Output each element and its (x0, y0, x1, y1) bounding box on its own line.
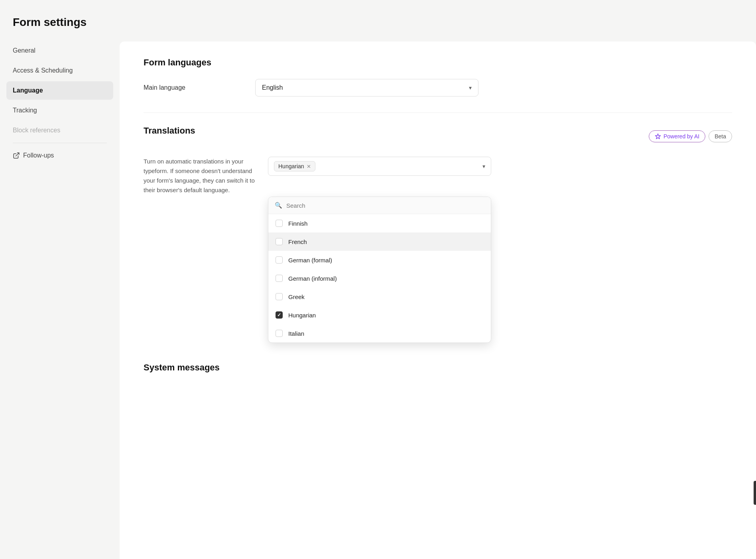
follow-ups-label: Follow-ups (23, 152, 54, 159)
sidebar-item-general[interactable]: General (6, 41, 113, 60)
search-input[interactable] (286, 202, 484, 209)
dropdown-menu: 🔍 Finnish French (268, 197, 491, 343)
sidebar-item-tracking[interactable]: Tracking (6, 101, 113, 120)
sidebar-item-follow-ups[interactable]: Follow-ups (6, 146, 113, 165)
powered-by-ai-badge[interactable]: Powered by AI (649, 130, 705, 142)
dropdown-item-italian[interactable]: Italian (268, 324, 491, 342)
translations-section: Translations Powered by AI Beta Turn on … (144, 126, 732, 195)
tag-remove-icon[interactable]: ✕ (307, 164, 311, 169)
form-languages-title: Form languages (144, 57, 732, 68)
dropdown-item-label: German (formal) (288, 257, 332, 264)
chevron-down-icon: ▾ (482, 163, 485, 169)
main-language-label: Main language (144, 84, 255, 91)
chevron-down-icon: ▾ (469, 85, 472, 91)
search-icon: 🔍 (275, 202, 282, 209)
selected-tags: Hungarian ✕ (274, 161, 315, 171)
translations-dropdown-container: Hungarian ✕ ▾ 🔍 (268, 157, 491, 195)
sidebar-item-language[interactable]: Language (6, 81, 113, 100)
main-language-select[interactable]: English ▾ (255, 79, 478, 96)
sidebar-item-access-scheduling[interactable]: Access & Scheduling (6, 61, 113, 80)
sidebar-item-label: Block references (13, 127, 60, 134)
sidebar-item-label: Access & Scheduling (13, 67, 73, 74)
dropdown-item-hungarian[interactable]: Hungarian (268, 306, 491, 324)
dropdown-item-label: Greek (288, 293, 305, 300)
checkbox-greek[interactable] (276, 293, 283, 300)
translations-description: Turn on automatic translations in your t… (144, 157, 255, 195)
tag-hungarian[interactable]: Hungarian ✕ (274, 161, 315, 171)
form-languages-section: Form languages Main language English ▾ (144, 57, 732, 96)
translations-multiselect[interactable]: Hungarian ✕ ▾ (268, 157, 491, 176)
page-title: Form settings (0, 0, 756, 41)
sparkle-icon (655, 133, 661, 140)
beta-label: Beta (715, 133, 726, 140)
translations-badges: Powered by AI Beta (649, 130, 732, 142)
dropdown-search-bar: 🔍 (268, 197, 491, 214)
svg-line-0 (16, 153, 19, 156)
sidebar-item-label: Tracking (13, 107, 37, 114)
dropdown-item-finnish[interactable]: Finnish (268, 214, 491, 232)
translations-title: Translations (144, 126, 195, 136)
sidebar: General Access & Scheduling Language Tra… (0, 41, 120, 559)
dropdown-item-label: Hungarian (288, 312, 316, 319)
scroll-handle[interactable] (754, 481, 756, 505)
dropdown-item-label: French (288, 238, 307, 245)
sidebar-item-label: Language (13, 87, 43, 94)
external-link-icon (13, 152, 20, 159)
dropdown-item-greek[interactable]: Greek (268, 287, 491, 306)
checkbox-italian[interactable] (276, 330, 283, 337)
main-content: Form languages Main language English ▾ T… (120, 41, 756, 559)
dropdown-item-german-formal[interactable]: German (formal) (268, 251, 491, 269)
sidebar-item-label: General (13, 47, 35, 54)
tag-label: Hungarian (278, 163, 304, 169)
sidebar-divider (13, 143, 107, 143)
checkbox-finnish[interactable] (276, 220, 283, 227)
checkbox-french[interactable] (276, 238, 283, 245)
checkbox-german-formal[interactable] (276, 256, 283, 264)
sidebar-item-block-references[interactable]: Block references (6, 121, 113, 140)
dropdown-item-label: Finnish (288, 220, 307, 227)
dropdown-item-label: German (informal) (288, 275, 337, 282)
powered-by-ai-label: Powered by AI (663, 133, 699, 140)
system-messages-section: System messages (144, 362, 732, 373)
checkbox-german-informal[interactable] (276, 275, 283, 282)
beta-badge: Beta (709, 130, 732, 142)
dropdown-item-french[interactable]: French (268, 232, 491, 251)
checkbox-hungarian[interactable] (276, 311, 283, 319)
system-messages-title: System messages (144, 362, 732, 373)
main-language-value: English (262, 84, 283, 91)
section-divider (144, 112, 732, 113)
dropdown-item-german-informal[interactable]: German (informal) (268, 269, 491, 287)
dropdown-item-label: Italian (288, 330, 304, 337)
